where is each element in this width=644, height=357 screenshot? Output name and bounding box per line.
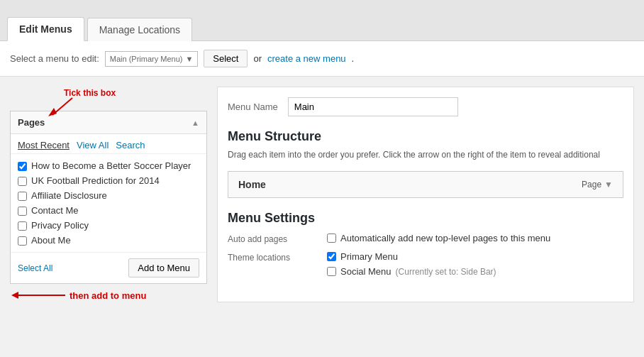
page-item-1: How to Become a Better Soccer Player [18,158,199,173]
menu-name-label: Menu Name [228,101,278,112]
menu-item-home-type: Page ▼ [582,180,613,190]
page-wrapper: Edit Menus Manage Locations Select a men… [0,0,644,357]
page-label-6: About Me [31,235,71,246]
social-menu-checkbox[interactable] [327,267,336,276]
theme-locations-label: Theme locations [228,251,327,277]
main-content: Tick this box Pages ▲ Most Recent View A… [0,77,644,312]
pages-footer: Select All Add to Menu [11,252,206,283]
page-item-4: Contact Me [18,203,199,218]
auto-add-option-label: Automatically add new top-level pages to… [340,233,550,243]
pages-header: Pages ▲ [11,111,206,134]
social-menu-option: Social Menu (Currently set to: Side Bar) [327,266,496,277]
menu-structure-section: Menu Structure Drag each item into the o… [228,129,623,198]
page-label-1: How to Become a Better Soccer Player [31,160,191,171]
page-label-4: Contact Me [31,205,78,216]
primary-menu-checkbox[interactable] [327,252,336,261]
tick-annotation-area: Tick this box [10,87,207,109]
auto-add-option: Automatically add new top-level pages to… [327,233,550,243]
page-item-6: About Me [18,233,199,248]
auto-add-checkbox[interactable] [327,234,336,243]
menu-name-input[interactable] [288,97,458,116]
primary-menu-option: Primary Menu [327,251,496,262]
menu-structure-desc: Drag each item into the order you prefer… [228,148,623,161]
theme-locations-options: Primary Menu Social Menu (Currently set … [327,251,496,277]
page-checkbox-3[interactable] [18,192,27,201]
select-menu-bar: Select a menu to edit: Main (Primary Men… [0,41,644,77]
tick-arrow-icon [47,97,74,118]
pages-box: Pages ▲ Most Recent View All Search How … [10,111,207,284]
page-checkbox-2[interactable] [18,177,27,186]
or-text: or [253,53,262,64]
then-add-arrow-icon [10,288,67,302]
then-add-label: then add to menu [70,290,146,301]
create-new-menu-link[interactable]: create a new menu [267,53,346,64]
pages-collapse-icon[interactable]: ▲ [191,119,199,127]
item-expand-icon[interactable]: ▼ [604,180,613,190]
page-checkbox-1[interactable] [18,162,27,171]
page-item-5: Privacy Policy [18,218,199,233]
page-label-5: Privacy Policy [31,220,89,231]
auto-add-label: Auto add pages [228,233,327,244]
social-menu-label: Social Menu [340,266,392,277]
auto-add-options: Automatically add new top-level pages to… [327,233,550,244]
select-all-link[interactable]: Select All [18,263,52,273]
settings-auto-add-row: Auto add pages Automatically add new top… [228,233,623,244]
pages-tabs: Most Recent View All Search [11,134,206,154]
left-panel: Tick this box Pages ▲ Most Recent View A… [10,87,207,302]
settings-theme-locations-row: Theme locations Primary Menu Social Menu… [228,251,623,277]
page-checkbox-6[interactable] [18,236,27,246]
tabs-bar: Edit Menus Manage Locations [0,0,644,41]
tab-edit-menus[interactable]: Edit Menus [7,17,84,41]
menu-item-home-label: Home [238,179,266,190]
page-item-3: Affiliate Disclosure [18,188,199,203]
tab-search[interactable]: Search [116,140,145,150]
select-menu-label: Select a menu to edit: [10,53,99,64]
pages-list: How to Become a Better Soccer Player UK … [11,154,206,252]
page-item-2: UK Football Prediction for 2014 [18,173,199,188]
menu-settings-title: Menu Settings [228,211,623,226]
dropdown-value: Main (Primary Menu) [110,55,183,63]
tab-most-recent[interactable]: Most Recent [18,140,70,150]
bottom-annotation: then add to menu [10,288,207,302]
add-to-menu-button[interactable]: Add to Menu [128,258,199,278]
social-menu-note: (Currently set to: Side Bar) [396,267,496,277]
svg-marker-1 [48,108,57,116]
menu-settings-section: Menu Settings Auto add pages Automatical… [228,211,623,277]
dropdown-arrow-icon: ▼ [185,55,193,63]
period: . [352,53,355,64]
right-panel: Menu Name Menu Structure Drag each item … [217,87,634,302]
page-checkbox-4[interactable] [18,207,27,216]
menu-name-row: Menu Name [228,97,623,116]
tab-view-all[interactable]: View All [77,140,109,150]
pages-title: Pages [18,117,45,128]
menu-item-home[interactable]: Home Page ▼ [228,171,623,198]
svg-marker-3 [11,292,18,299]
menu-dropdown[interactable]: Main (Primary Menu) ▼ [105,51,199,67]
page-label-3: Affiliate Disclosure [31,190,107,201]
page-label-2: UK Football Prediction for 2014 [31,175,160,186]
menu-structure-title: Menu Structure [228,129,623,144]
page-checkbox-5[interactable] [18,221,27,231]
tab-manage-locations[interactable]: Manage Locations [87,18,192,41]
select-button[interactable]: Select [204,50,248,67]
primary-menu-label: Primary Menu [340,251,398,262]
item-type-text: Page [582,180,601,190]
